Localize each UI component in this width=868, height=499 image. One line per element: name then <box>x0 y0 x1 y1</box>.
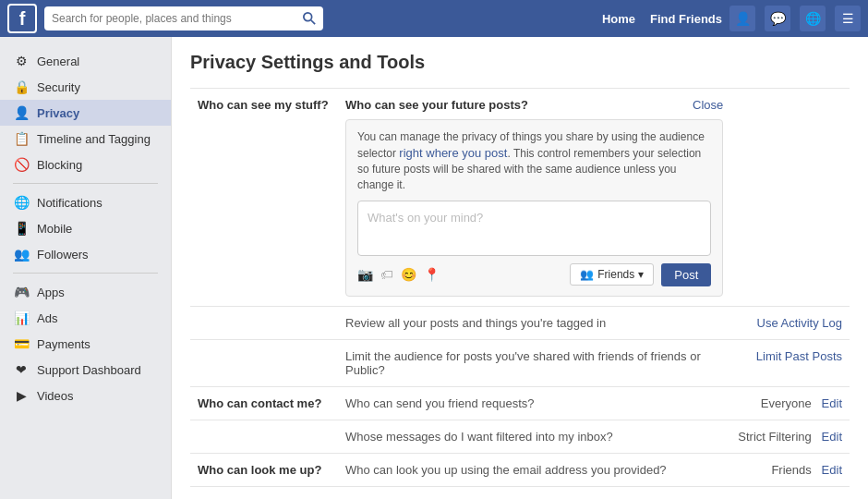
sidebar-item-timeline[interactable]: 📋 Timeline and Tagging <box>0 126 171 152</box>
lookup-email-cell: Who can look you up using the email addr… <box>338 453 730 486</box>
page-title: Privacy Settings and Tools <box>190 52 850 73</box>
limit-past-posts-question: Limit the audience for posts you've shar… <box>345 349 701 377</box>
svg-point-0 <box>304 13 312 21</box>
globe-icon[interactable]: 🌐 <box>800 6 826 31</box>
timeline-icon: 📋 <box>13 130 30 147</box>
sidebar-item-security[interactable]: 🔒 Security <box>0 74 171 100</box>
sidebar-item-blocking[interactable]: 🚫 Blocking <box>0 152 171 177</box>
nav-find-friends[interactable]: Find Friends <box>650 12 722 26</box>
activity-label-empty <box>190 306 338 339</box>
limit-label-empty <box>190 339 338 386</box>
sidebar-label-followers: Followers <box>37 248 89 262</box>
friend-requests-edit-link[interactable]: Edit <box>822 396 842 410</box>
nav-icons: 👤 💬 🌐 ☰ <box>729 6 861 31</box>
limit-past-posts-link[interactable]: Limit Past Posts <box>756 349 842 363</box>
sidebar-item-videos[interactable]: ▶ Videos <box>0 383 171 408</box>
friends-icon[interactable]: 👤 <box>729 6 755 31</box>
photo-icon[interactable]: 📷 <box>357 267 373 282</box>
sidebar-label-apps: Apps <box>37 286 65 299</box>
general-icon: ⚙ <box>13 53 30 69</box>
friend-requests-cell: Who can send you friend requests? <box>338 386 730 420</box>
friends-audience-button[interactable]: 👥 Friends ▾ <box>570 263 654 286</box>
post-footer: 📷 🏷 😊 📍 👥 Friends ▾ Post <box>357 263 711 286</box>
sidebar-label-videos: Videos <box>37 389 74 403</box>
friends-icon-small: 👥 <box>580 268 594 281</box>
notifications-icon: 🌐 <box>13 194 30 211</box>
sidebar-item-support[interactable]: ❤ Support Dashboard <box>0 357 171 383</box>
mobile-icon: 📱 <box>13 220 30 237</box>
lookup-email-edit-link[interactable]: Edit <box>822 463 842 477</box>
future-posts-action <box>730 89 850 307</box>
sidebar-divider-2 <box>13 273 158 274</box>
menu-icon[interactable]: ☰ <box>835 6 861 31</box>
privacy-table: Who can see my stuff? Who can see your f… <box>190 88 850 499</box>
sidebar-label-general: General <box>37 55 79 68</box>
sidebar-item-ads[interactable]: 📊 Ads <box>0 305 171 331</box>
messages-filter-action: Strict Filtering Edit <box>730 420 850 453</box>
sidebar-item-mobile[interactable]: 📱 Mobile <box>0 215 171 241</box>
tag-icon[interactable]: 🏷 <box>380 267 393 282</box>
lookup-phone-question: Who can look you up using the phone numb… <box>345 496 669 499</box>
messages-filter-question: Whose messages do I want filtered into m… <box>345 430 613 444</box>
followers-icon: 👥 <box>13 246 30 262</box>
whats-on-mind-input[interactable]: What's on your mind? <box>357 201 711 256</box>
chevron-down-icon: ▾ <box>638 268 644 281</box>
sidebar-item-apps[interactable]: 🎮 Apps <box>0 279 171 305</box>
table-row-lookup-email: Who can look me up? Who can look you up … <box>190 453 850 486</box>
sidebar-item-privacy[interactable]: 👤 Privacy <box>0 100 171 126</box>
messages-icon[interactable]: 💬 <box>765 6 790 31</box>
main-layout: ⚙ General 🔒 Security 👤 Privacy 📋 Timelin… <box>0 37 868 499</box>
limit-past-posts-cell: Limit the audience for posts you've shar… <box>338 339 730 386</box>
future-posts-description: You can manage the privacy of things you… <box>357 129 711 193</box>
payments-icon: 💳 <box>13 335 30 352</box>
friend-requests-action: Everyone Edit <box>730 386 850 420</box>
lookup-phone-edit-link[interactable]: Edit <box>822 496 842 499</box>
sidebar-label-ads: Ads <box>37 311 57 325</box>
lookup-email-action: Friends Edit <box>730 453 850 486</box>
sidebar-label-timeline: Timeline and Tagging <box>37 132 151 146</box>
messages-filter-edit-link[interactable]: Edit <box>822 430 842 444</box>
table-row-future-posts: Who can see my stuff? Who can see your f… <box>190 89 850 307</box>
messages-filter-cell: Whose messages do I want filtered into m… <box>338 420 730 453</box>
close-button[interactable]: Close <box>693 98 723 112</box>
limit-past-posts-action: Limit Past Posts <box>730 339 850 386</box>
privacy-icon: 👤 <box>13 104 30 121</box>
table-row-messages-filter: Whose messages do I want filtered into m… <box>190 420 850 453</box>
sidebar-label-support: Support Dashboard <box>37 363 141 377</box>
post-footer-icons: 📷 🏷 😊 📍 <box>357 267 440 282</box>
section-label-contact: Who can contact me? <box>190 386 338 420</box>
nav-home[interactable]: Home <box>602 12 635 26</box>
section-label-stuff: Who can see my stuff? <box>190 89 338 307</box>
table-row-lookup-phone: Who can look you up using the phone numb… <box>190 486 850 499</box>
sidebar-label-payments: Payments <box>37 337 90 351</box>
sidebar-divider-1 <box>13 183 158 184</box>
emoji-icon[interactable]: 😊 <box>401 267 416 282</box>
activity-log-cell: Review all your posts and things you're … <box>338 306 730 339</box>
sidebar-item-followers[interactable]: 👥 Followers <box>0 241 171 267</box>
post-button[interactable]: Post <box>661 263 711 286</box>
search-icon <box>303 12 316 25</box>
table-row-activity-log: Review all your posts and things you're … <box>190 306 850 339</box>
right-where-you-post-link[interactable]: right where you post <box>399 146 507 160</box>
search-bar[interactable] <box>44 6 323 30</box>
sidebar: ⚙ General 🔒 Security 👤 Privacy 📋 Timelin… <box>0 37 171 499</box>
sidebar-label-security: Security <box>37 80 80 94</box>
section-label-lookup: Who can look me up? <box>190 453 338 486</box>
search-input[interactable] <box>52 12 297 25</box>
svg-line-1 <box>311 20 315 24</box>
lookup-email-value: Friends <box>771 463 811 477</box>
security-icon: 🔒 <box>13 79 30 95</box>
lookup-phone-cell: Who can look you up using the phone numb… <box>338 486 730 499</box>
location-icon[interactable]: 📍 <box>424 267 440 282</box>
sidebar-item-notifications[interactable]: 🌐 Notifications <box>0 189 171 215</box>
use-activity-log-link[interactable]: Use Activity Log <box>757 316 843 330</box>
messages-filter-label-empty <box>190 420 338 453</box>
future-posts-cell: Who can see your future posts? Close You… <box>338 89 730 307</box>
expanded-row-header: Who can see your future posts? Close <box>345 98 723 112</box>
sidebar-label-notifications: Notifications <box>37 196 102 210</box>
table-row-limit-past-posts: Limit the audience for posts you've shar… <box>190 339 850 386</box>
sidebar-item-general[interactable]: ⚙ General <box>0 48 171 74</box>
sidebar-item-payments[interactable]: 💳 Payments <box>0 331 171 357</box>
lookup-phone-value: Friends <box>771 496 811 499</box>
blocking-icon: 🚫 <box>13 156 30 173</box>
